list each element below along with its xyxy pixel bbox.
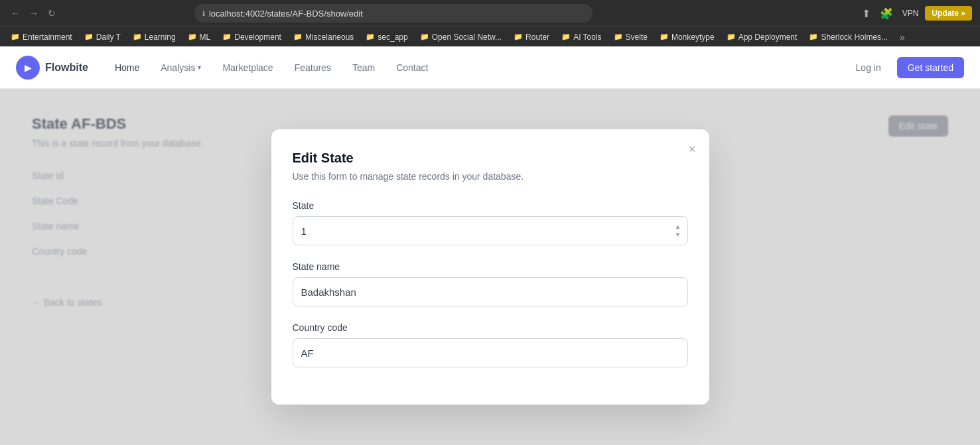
bookmark-open-social[interactable]: 📁 Open Social Netw...: [415, 31, 507, 44]
folder-icon: 📁: [222, 32, 232, 41]
folder-icon: 📁: [727, 32, 736, 41]
bookmark-svelte[interactable]: 📁 Svelte: [608, 31, 653, 44]
navbar-actions: Log in Get started: [848, 57, 964, 78]
chevron-down-icon: ▾: [198, 64, 201, 71]
spinner-down-icon[interactable]: ▼: [675, 231, 681, 238]
brand-logo: ▶: [16, 56, 40, 80]
state-name-input[interactable]: [293, 277, 688, 306]
spinner-arrows: ▲ ▼: [675, 223, 681, 238]
nav-marketplace[interactable]: Marketplace: [222, 62, 273, 73]
folder-icon: 📁: [133, 32, 142, 41]
folder-icon: 📁: [420, 32, 429, 41]
browser-actions: ⬆ 🧩 VPN Update »: [859, 6, 972, 21]
bookmark-monkeytype[interactable]: 📁 Monkeytype: [654, 31, 720, 44]
folder-icon: 📁: [660, 32, 669, 41]
modal-close-button[interactable]: ×: [686, 140, 699, 159]
bookmark-sec-app[interactable]: 📁 sec_app: [360, 31, 413, 44]
folder-icon: 📁: [293, 32, 303, 41]
edit-state-modal: × Edit State Use this form to manage sta…: [271, 129, 709, 405]
modal-title: Edit State: [293, 151, 688, 166]
bookmark-ai-tools[interactable]: 📁 AI Tools: [556, 31, 606, 44]
navbar-nav: Home Analysis ▾ Marketplace Features Tea…: [115, 62, 848, 73]
nav-team[interactable]: Team: [352, 62, 375, 73]
bookmark-label: Router: [525, 32, 549, 42]
bookmark-development[interactable]: 📁 Development: [217, 31, 287, 44]
nav-contact[interactable]: Contact: [396, 62, 428, 73]
bookmark-label: sec_app: [378, 32, 407, 42]
bookmark-app-deployment[interactable]: 📁 App Deployment: [721, 31, 803, 44]
state-field-label: State: [293, 200, 688, 211]
folder-icon: 📁: [11, 32, 20, 41]
folder-icon: 📁: [366, 32, 375, 41]
folder-icon: 📁: [614, 32, 623, 41]
bookmark-miscelaneous[interactable]: 📁 Miscelaneous: [288, 31, 359, 44]
state-spinner-wrapper: ▲ ▼: [293, 216, 688, 245]
bookmark-label: Svelte: [626, 32, 648, 42]
folder-icon: 📁: [84, 32, 94, 41]
page-wrapper: ▶ Flowbite Home Analysis ▾ Marketplace F…: [0, 46, 980, 445]
bookmarks-more-button[interactable]: »: [896, 31, 909, 44]
nav-features[interactable]: Features: [295, 62, 331, 73]
bookmark-label: AI Tools: [573, 32, 601, 42]
bookmark-sherlock[interactable]: 📁 Sherlock Holmes...: [804, 31, 893, 44]
country-code-field-group: Country code: [293, 322, 688, 367]
bookmark-router[interactable]: 📁 Router: [508, 31, 555, 44]
folder-icon: 📁: [188, 32, 197, 41]
bookmark-daily-t[interactable]: 📁 Daily T: [79, 31, 126, 44]
bookmark-label: ML: [200, 32, 211, 42]
state-name-field-label: State name: [293, 261, 688, 272]
bookmark-label: Daily T: [96, 32, 121, 42]
country-code-field-label: Country code: [293, 322, 688, 333]
reload-button[interactable]: ↻: [45, 5, 58, 21]
bookmark-label: Open Social Netw...: [432, 32, 502, 42]
bookmark-label: Learning: [145, 32, 176, 42]
state-name-field-group: State name: [293, 261, 688, 306]
bookmark-label: Development: [234, 32, 281, 42]
login-button[interactable]: Log in: [848, 58, 889, 77]
brand-name: Flowbite: [45, 62, 88, 74]
folder-icon: 📁: [809, 32, 818, 41]
share-icon[interactable]: ⬆: [859, 6, 873, 21]
state-input[interactable]: [293, 216, 688, 245]
bookmark-learning[interactable]: 📁 Learning: [127, 31, 181, 44]
bookmark-label: Sherlock Holmes...: [821, 32, 888, 42]
bookmarks-bar: 📁 Entertainment 📁 Daily T 📁 Learning 📁 M…: [0, 27, 980, 46]
navbar: ▶ Flowbite Home Analysis ▾ Marketplace F…: [0, 46, 980, 89]
bookmark-label: Entertainment: [23, 32, 72, 42]
bookmark-label: Miscelaneous: [305, 32, 354, 42]
brand[interactable]: ▶ Flowbite: [16, 56, 88, 80]
folder-icon: 📁: [514, 32, 523, 41]
nav-home[interactable]: Home: [115, 62, 139, 73]
forward-button[interactable]: →: [27, 5, 41, 21]
extensions-icon[interactable]: 🧩: [877, 6, 896, 21]
nav-buttons: ← → ↻: [8, 5, 58, 21]
get-started-button[interactable]: Get started: [897, 57, 964, 78]
modal-subtitle: Use this form to manage state records in…: [293, 171, 688, 182]
address-bar[interactable]: ℹ localhost:4002/states/AF-BDS/show/edit: [194, 4, 593, 23]
nav-analysis-label: Analysis: [161, 62, 195, 73]
vpn-label[interactable]: VPN: [900, 7, 922, 19]
bookmark-label: App Deployment: [738, 32, 798, 42]
modal-overlay: × Edit State Use this form to manage sta…: [0, 89, 980, 445]
security-icon: ℹ: [202, 9, 205, 18]
bookmark-ml[interactable]: 📁 ML: [182, 31, 216, 44]
back-button[interactable]: ←: [8, 5, 23, 21]
bookmark-label: Monkeytype: [671, 32, 715, 42]
state-field-group: State ▲ ▼: [293, 200, 688, 245]
spinner-up-icon[interactable]: ▲: [675, 223, 681, 230]
nav-analysis[interactable]: Analysis ▾: [161, 62, 201, 73]
browser-chrome: ← → ↻ ℹ localhost:4002/states/AF-BDS/sho…: [0, 0, 980, 27]
url-text: localhost:4002/states/AF-BDS/show/edit: [209, 9, 363, 19]
bookmark-entertainment[interactable]: 📁 Entertainment: [5, 31, 78, 44]
country-code-input[interactable]: [293, 338, 688, 367]
folder-icon: 📁: [561, 32, 571, 41]
update-button[interactable]: Update »: [925, 6, 972, 21]
